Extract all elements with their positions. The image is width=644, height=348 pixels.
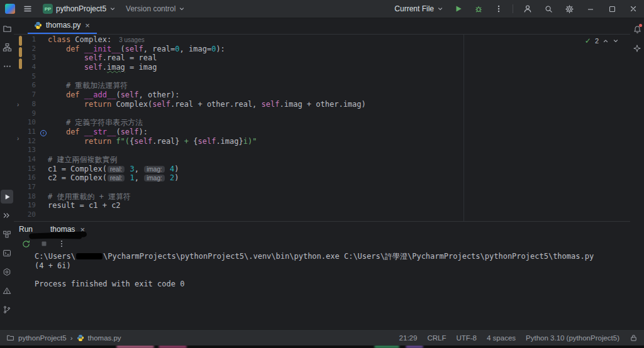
code-line[interactable]: 14# 建立兩個複數實例 [14, 155, 630, 165]
close-button[interactable] [623, 0, 644, 18]
project-toolwindow-button[interactable] [1, 21, 13, 35]
line-number[interactable]: 15 [14, 165, 40, 174]
code-line[interactable]: 10 # 定義字符串表示方法 [14, 118, 630, 128]
console-output[interactable]: C:\Users\\PycharmProjects\pythonProject5… [14, 252, 630, 329]
line-number[interactable]: 3 [14, 53, 40, 63]
line-number[interactable]: 14 [14, 155, 40, 165]
rerun-icon [21, 239, 31, 249]
run-configuration-selector[interactable]: Current File [389, 0, 448, 18]
line-number[interactable]: 11 [14, 128, 40, 137]
tab-close-icon[interactable]: × [84, 21, 91, 30]
editor-tab-thomas[interactable]: thomas.py × [28, 18, 97, 34]
run-toolwindow-button[interactable] [1, 190, 13, 204]
code-token: self [121, 128, 139, 136]
line-number[interactable]: 5 [14, 72, 40, 82]
line-number[interactable]: 19 [14, 201, 40, 210]
python-console-toolwindow-button[interactable] [1, 209, 13, 222]
minimize-button[interactable] [580, 0, 601, 18]
line-number[interactable]: 9 [14, 109, 40, 119]
line-number[interactable]: 1 [14, 35, 40, 45]
line-number[interactable]: 10 [14, 118, 40, 128]
code-line[interactable]: 12 return f"({self.real} + {self.imag}i)… [14, 137, 630, 146]
status-item[interactable]: 21:29 [399, 334, 418, 342]
run-more-options-button[interactable] [57, 239, 66, 248]
code-token: # 定義字符串表示方法 [66, 118, 143, 127]
python-packages-toolwindow-button[interactable] [1, 227, 13, 241]
code-line[interactable]: 11↑ def __str__(self): [14, 128, 630, 137]
settings-button[interactable] [559, 0, 580, 18]
search-everywhere-button[interactable] [538, 0, 559, 18]
structure-toolwindow-button[interactable] [1, 40, 13, 54]
services-toolwindow-button[interactable] [1, 265, 13, 279]
vcs-widget[interactable]: Version control [121, 0, 190, 18]
code-line[interactable]: 3 self.real = real [14, 53, 630, 63]
ai-assistant-button[interactable] [631, 41, 643, 55]
code-line[interactable]: 2 def __init__(self, real=0, imag=0): [14, 45, 630, 54]
previous-problem-icon[interactable] [602, 38, 609, 44]
terminal-toolwindow-button[interactable] [1, 246, 13, 260]
code-line[interactable]: 16c2 = Complex(real: 1, imag: 2) [14, 173, 630, 183]
code-line[interactable]: 19result = c1 + c2 [14, 201, 630, 210]
rerun-button[interactable] [21, 239, 31, 249]
status-item[interactable]: Python 3.10 (pythonProject5) [526, 334, 619, 342]
project-widget[interactable]: PP pythonProject5 [38, 0, 121, 18]
status-item[interactable]: 4 spaces [487, 334, 516, 342]
console-line [35, 270, 630, 280]
next-problem-icon[interactable] [613, 38, 619, 44]
chevron-down-icon [109, 6, 116, 12]
breadcrumb-file[interactable]: thomas.py [88, 334, 121, 342]
gutter[interactable]: ↑ [40, 128, 48, 137]
maximize-button[interactable] [601, 0, 623, 18]
notifications-button[interactable] [631, 23, 643, 36]
pycharm-logo-icon [5, 4, 15, 14]
main-menu-button[interactable] [18, 0, 38, 18]
editor-lines[interactable]: 1class Complex:3 usages2 def __init__(se… [14, 35, 630, 220]
code-line[interactable]: 13 [14, 146, 630, 155]
code-line[interactable]: 15c1 = Complex(real: 3, imag: 4) [14, 165, 630, 174]
code-token: class [48, 35, 75, 44]
line-number[interactable]: 17 [14, 183, 40, 192]
line-number[interactable]: 4 [14, 63, 40, 72]
line-number[interactable]: 8 [14, 100, 40, 109]
breadcrumb-project[interactable]: pythonProject5 [18, 334, 67, 342]
gear-icon [565, 4, 574, 14]
code-line[interactable]: 20 [14, 210, 630, 220]
override-method-icon[interactable]: ↑ [40, 130, 47, 136]
inspections-widget[interactable]: ✓ 2 [585, 36, 619, 45]
user-account-button[interactable] [517, 0, 538, 18]
code-line[interactable]: 8 return Complex(self.real + other.real,… [14, 100, 630, 109]
more-toolwindows-button[interactable] [1, 59, 13, 73]
code-line[interactable]: 5 [14, 72, 630, 82]
code-line[interactable]: 1class Complex:3 usages [14, 35, 630, 45]
line-number[interactable]: 7 [14, 90, 40, 100]
line-number[interactable]: 16 [14, 173, 40, 183]
readonly-toggle-button[interactable] [630, 334, 638, 342]
code-token: real: [108, 166, 125, 173]
code-token: .real + other.real, [170, 100, 262, 109]
python-console-icon [3, 211, 11, 220]
code-editor[interactable]: › › 1class Complex:3 usages2 def __init_… [14, 34, 630, 221]
status-item[interactable]: CRLF [427, 334, 446, 342]
code-line[interactable]: 17 [14, 183, 630, 192]
line-number[interactable]: 18 [14, 192, 40, 202]
code-token: self [121, 90, 139, 99]
code-line[interactable]: 6 # 重載加法運算符 [14, 81, 630, 90]
code-line[interactable]: 9 [14, 109, 630, 119]
more-actions-button[interactable] [489, 0, 509, 18]
code-line[interactable]: 7 def __add__(self, other): [14, 90, 630, 100]
line-number[interactable]: 12 [14, 137, 40, 146]
debug-button[interactable] [469, 0, 489, 18]
code-line[interactable]: 4 self.imag = imag [14, 63, 630, 72]
stop-button[interactable] [40, 239, 48, 248]
problems-toolwindow-button[interactable] [1, 284, 13, 298]
code-line[interactable]: 18# 使用重載的 + 運算符 [14, 192, 630, 202]
status-item[interactable]: UTF-8 [456, 334, 477, 342]
code-token: imag: [144, 166, 164, 173]
line-number[interactable]: 20 [14, 210, 40, 220]
line-number[interactable]: 6 [14, 81, 40, 90]
line-number[interactable]: 2 [14, 45, 40, 54]
run-button[interactable] [448, 0, 469, 18]
version-control-toolwindow-button[interactable] [1, 303, 13, 317]
statusbar: pythonProject5 › thomas.py 21:29CRLFUTF-… [0, 329, 644, 345]
line-number[interactable]: 13 [14, 146, 40, 155]
